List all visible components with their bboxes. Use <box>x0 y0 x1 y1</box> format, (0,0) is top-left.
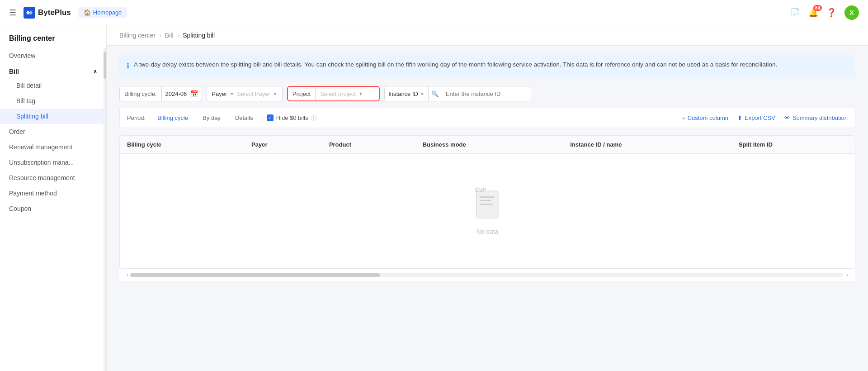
notification-bell[interactable]: 🔔 84 <box>808 8 818 18</box>
docs-icon[interactable]: 📄 <box>790 8 800 18</box>
period-tab-details[interactable]: Details <box>229 113 259 123</box>
col-instance-id: Instance ID / name <box>563 136 731 154</box>
logo: BytePlus <box>24 7 71 19</box>
homepage-button[interactable]: 🏠 Homepage <box>78 7 127 18</box>
sidebar-item-payment-method[interactable]: Payment method <box>0 186 106 201</box>
period-tab-billing-cycle[interactable]: Billing cycle <box>151 113 194 123</box>
table-header-row: Billing cycle Payer Product Business mod… <box>120 136 855 154</box>
scrollbar-thumb <box>130 273 380 277</box>
export-csv-button[interactable]: ⬆ Export CSV <box>737 114 775 121</box>
empty-state: EMP — No data <box>127 159 848 262</box>
billing-cycle-label: Billing cycle: <box>120 86 162 101</box>
sidebar-scrollbar-track <box>104 48 106 371</box>
hamburger-icon[interactable]: ☰ <box>9 8 16 18</box>
top-navigation: ☰ BytePlus 🏠 Homepage 📄 🔔 84 ❓ X <box>0 0 868 25</box>
period-label: Period: <box>127 114 146 121</box>
user-avatar[interactable]: X <box>844 5 859 20</box>
svg-text:—: — <box>475 192 480 197</box>
period-tab-by-day[interactable]: By day <box>196 113 227 123</box>
instance-id-filter[interactable]: Instance ID ▼ 🔍 <box>384 86 532 101</box>
col-product: Product <box>322 136 415 154</box>
sidebar-item-splitting-bill[interactable]: Splitting bill <box>0 109 106 124</box>
sidebar-item-coupon[interactable]: Coupon <box>0 201 106 216</box>
breadcrumb-splitting-bill: Splitting bill <box>183 32 215 39</box>
notification-badge: 84 <box>813 5 822 11</box>
summary-distribution-button[interactable]: 👁 Summary distribution <box>784 114 848 121</box>
chevron-up-icon: ∧ <box>93 68 97 75</box>
col-business-mode: Business mode <box>415 136 563 154</box>
svg-rect-4 <box>480 204 493 205</box>
empty-illustration: EMP — <box>469 186 505 223</box>
sidebar: Billing center Overview Bill ∧ Bill deta… <box>0 25 107 371</box>
custom-column-icon: ≡ <box>682 114 685 121</box>
page-content: ℹ A two-day delay exists between the spl… <box>107 46 868 290</box>
payer-placeholder: Select Payer <box>237 90 270 97</box>
sidebar-scrollbar-thumb <box>104 52 106 79</box>
hide-zero-checkbox[interactable]: ✓ <box>267 114 274 121</box>
sidebar-item-renewal-management[interactable]: Renewal management <box>0 139 106 155</box>
breadcrumb-sep-2: › <box>177 32 179 39</box>
topnav-left: ☰ BytePlus 🏠 Homepage <box>9 7 127 19</box>
sidebar-title: Billing center <box>0 25 106 48</box>
scroll-right-arrow[interactable]: › <box>844 272 850 278</box>
custom-column-button[interactable]: ≡ Custom column <box>682 114 728 121</box>
help-icon[interactable]: ⓘ <box>311 114 316 122</box>
sidebar-item-overview[interactable]: Overview <box>0 48 106 63</box>
payer-select-caret-icon: ▼ <box>273 91 278 96</box>
project-filter-highlighted[interactable]: Project Select project ▼ <box>287 86 380 101</box>
info-banner-text: A two-day delay exists between the split… <box>134 60 777 69</box>
project-caret-icon: ▼ <box>359 91 363 96</box>
instance-id-input[interactable] <box>441 90 532 97</box>
info-icon: ℹ <box>127 61 129 71</box>
instance-id-label[interactable]: Instance ID ▼ <box>385 86 429 101</box>
billing-cycle-filter[interactable]: Billing cycle: 2024-06 📅 <box>119 86 202 101</box>
breadcrumb-billing-center[interactable]: Billing center <box>119 32 156 39</box>
billing-cycle-value[interactable]: 2024-06 📅 <box>162 86 202 101</box>
summary-icon: 👁 <box>784 114 790 121</box>
sidebar-item-resource-management[interactable]: Resource management <box>0 170 106 186</box>
hide-zero-bills-group: ✓ Hide $0 bills ⓘ <box>267 114 317 122</box>
logo-text: BytePlus <box>38 8 71 17</box>
data-table: Billing cycle Payer Product Business mod… <box>120 136 855 268</box>
help-circle-icon[interactable]: ❓ <box>826 8 836 18</box>
svg-rect-2 <box>480 196 495 198</box>
info-banner: ℹ A two-day delay exists between the spl… <box>119 55 855 77</box>
scrollbar-track[interactable] <box>130 273 843 277</box>
sidebar-scroll: Overview Bill ∧ Bill detail Bill tag Spl… <box>0 48 106 371</box>
empty-text: No data <box>476 228 498 235</box>
logo-icon <box>24 7 35 19</box>
sidebar-item-unsubscription-management[interactable]: Unsubscription mana... <box>0 155 106 170</box>
empty-state-cell: EMP — No data <box>120 154 855 268</box>
content-area: Billing center › Bill › Splitting bill ℹ… <box>107 25 868 371</box>
breadcrumb: Billing center › Bill › Splitting bill <box>107 25 868 46</box>
project-label: Project <box>288 87 316 100</box>
svg-rect-3 <box>480 200 491 201</box>
payer-caret-icon: ▼ <box>230 91 234 96</box>
project-select[interactable]: Select project ▼ <box>316 87 379 100</box>
main-layout: Billing center Overview Bill ∧ Bill deta… <box>0 25 868 371</box>
horizontal-scrollbar[interactable]: ‹ › <box>119 269 855 281</box>
sidebar-item-bill[interactable]: Bill ∧ <box>0 63 106 78</box>
payer-dropdown[interactable]: Payer ▼ Select Payer ▼ <box>207 86 282 101</box>
scroll-left-arrow[interactable]: ‹ <box>125 272 130 278</box>
instance-search-icon: 🔍 <box>429 90 441 97</box>
topnav-right: 📄 🔔 84 ❓ X <box>790 5 859 20</box>
sidebar-item-bill-tag[interactable]: Bill tag <box>0 93 106 109</box>
project-placeholder: Select project <box>320 90 356 97</box>
data-table-wrapper: Billing cycle Payer Product Business mod… <box>119 135 855 269</box>
export-icon: ⬆ <box>737 114 742 121</box>
breadcrumb-bill[interactable]: Bill <box>165 32 174 39</box>
payer-label: Payer <box>212 90 227 97</box>
hide-zero-label: Hide $0 bills <box>276 114 308 121</box>
filter-bar: Billing cycle: 2024-06 📅 Payer ▼ Select … <box>119 86 855 101</box>
col-payer: Payer <box>244 136 322 154</box>
instance-caret-icon: ▼ <box>420 91 425 96</box>
period-left: Period: Billing cycle By day Details ✓ H… <box>127 113 316 123</box>
breadcrumb-sep-1: › <box>159 32 161 39</box>
calendar-icon: 📅 <box>190 90 198 97</box>
sidebar-item-bill-detail[interactable]: Bill detail <box>0 78 106 93</box>
col-split-item: Split item ID <box>731 136 855 154</box>
period-right: ≡ Custom column ⬆ Export CSV 👁 Summary d… <box>682 114 848 121</box>
home-icon: 🏠 <box>84 9 91 16</box>
sidebar-item-order[interactable]: Order <box>0 124 106 139</box>
